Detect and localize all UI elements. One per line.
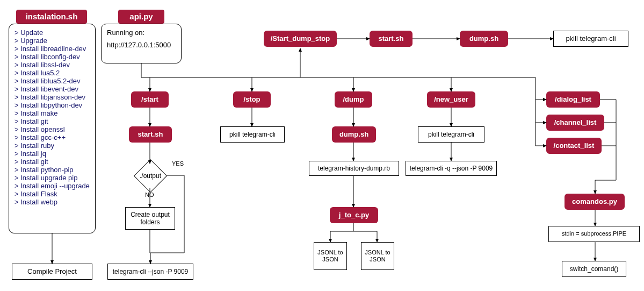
installation-list: UpdateUpgradeInstall libreadline-devInst… [15,29,90,206]
api-header: api.py [118,10,164,24]
top-pkill: pkill telegram-cli [553,31,628,47]
installation-item: Install emoji --upgrade [15,182,90,190]
channel-list: /channel_list [546,115,604,131]
api-url: http://127.0.0.1:5000 [107,41,176,49]
installation-item: Install lua5.2 [15,69,90,77]
installation-item: Install Flask [15,190,90,198]
installation-item: Install upgrade pip [15,174,90,182]
api-running-label: Running on: [107,29,176,37]
start-tcli: telegram-cli --json -P 9009 [107,264,193,280]
comandos-py: comandos.py [565,194,625,210]
no-label: NO [145,191,154,198]
dump-sh: dump.sh [332,126,376,143]
installation-item: Install ruby [15,141,90,150]
installation-item: Install libjansson-dev [15,93,90,101]
history-dump-rb: telegram-history-dump.rb [309,161,399,176]
j-to-c: j_to_c.py [330,207,378,223]
start-endpoint: /start [131,91,169,108]
newuser-pkill: pkill telegram-cli [418,126,484,143]
output-decision-label: ./output [134,172,167,180]
jsonl-1: JSONL to JSON [314,242,347,270]
switch-comand: switch_comand() [562,261,626,277]
installation-item: Install make [15,109,90,117]
installation-item: Install git [15,117,90,125]
compile-project: Compile Project [12,264,92,280]
start-dump-stop: /Start_dump_stop [264,31,337,47]
top-dump-sh: dump.sh [460,31,508,47]
jsonl-2: JSONL to JSON [361,242,394,270]
installation-item: Install webp [15,198,90,206]
installation-item: Install libreadline-dev [15,45,90,53]
installation-item: Install openssl [15,125,90,133]
installation-header: instalation.sh [16,10,87,24]
stdin-pipe: stdin = subprocess.PIPE [548,226,640,242]
installation-item: Install libpython-dev [15,101,90,109]
newuser-tcli: telegram-cli -q --json -P 9009 [406,161,497,176]
installation-item: Update [15,29,90,37]
start-sh: start.sh [129,126,172,143]
dialog-list: /dialog_list [546,91,600,108]
dump-endpoint: /dump [335,91,372,108]
installation-item: Upgrade [15,37,90,45]
top-start-sh: start.sh [370,31,413,47]
installation-item: Install liblua5.2-dev [15,77,90,85]
installation-item: Install libssl-dev [15,61,90,69]
stop-pkill: pkill telegram-cli [220,126,285,143]
installation-panel: UpdateUpgradeInstall libreadline-devInst… [9,24,96,233]
installation-item: Install python-pip [15,166,90,174]
installation-item: Install jq [15,150,90,158]
create-output-folders: Create output folders [125,207,175,230]
api-panel: Running on: http://127.0.0.1:5000 [101,24,182,63]
stop-endpoint: /stop [233,91,271,108]
installation-item: Install git [15,158,90,166]
contact-list: /contact_list [546,138,602,154]
installation-item: Install libconfig-dev [15,53,90,61]
yes-label: YES [172,160,184,167]
newuser-endpoint: /new_user [427,91,475,108]
installation-item: Install gcc-c++ [15,133,90,141]
installation-item: Install libevent-dev [15,85,90,93]
